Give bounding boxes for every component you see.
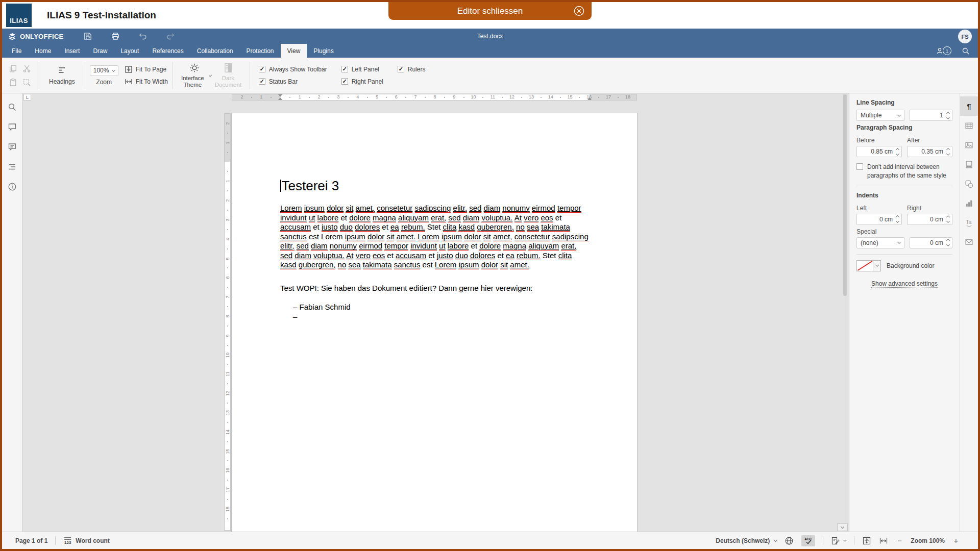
indent-right-spinner[interactable]: 0 cm [907,214,952,225]
word: ea [506,251,514,260]
select-all-icon[interactable] [22,78,31,87]
tab-protection[interactable]: Protection [240,44,281,58]
spacing-after-spinner[interactable]: 0.35 cm [907,146,952,157]
show-advanced-settings-link[interactable]: Show advanced settings [871,280,938,288]
indent-left-spinner[interactable]: 0 cm [856,214,902,225]
tab-plugins[interactable]: Plugins [307,44,340,58]
copy-icon[interactable] [9,64,17,73]
print-icon[interactable] [111,32,120,41]
status-bar-checkbox[interactable]: ✓ Status Bar [259,78,327,85]
special-by-spinner[interactable]: 0 cm [910,237,953,248]
user-avatar[interactable]: FS [958,30,972,43]
line-spacing-select[interactable]: Multiple [856,110,904,121]
tab-collaboration[interactable]: Collaboration [190,44,240,58]
language-selector[interactable]: Deutsch (Schweiz) [716,537,777,544]
redo-icon[interactable] [166,32,175,41]
ruler-number: 16 [225,468,230,473]
spinner-arrows-icon[interactable] [896,216,899,222]
hanging-indent-marker[interactable] [278,97,282,100]
chevron-down-icon [897,240,900,244]
tab-insert[interactable]: Insert [58,44,86,58]
tab-stop-selector[interactable]: L [23,94,31,101]
spinner-arrows-icon[interactable] [947,148,949,155]
left-panel-checkbox[interactable]: ✓ Left Panel [341,66,383,73]
tab-home[interactable]: Home [28,44,58,58]
find-icon[interactable] [8,103,17,112]
page-indicator[interactable]: Page 1 of 1 [15,537,47,544]
about-icon[interactable] [8,182,17,191]
word-count-button[interactable]: 123 Word count [63,536,109,545]
close-circle-icon[interactable] [574,6,584,16]
zoom-indicator[interactable]: Zoom 100% [911,537,945,544]
lorem-paragraph[interactable]: Lorem ipsum dolor sit amet, consetetur s… [280,204,589,270]
chart-settings-tab[interactable] [960,193,978,213]
tab-layout[interactable]: Layout [114,44,145,58]
zoom-in-button[interactable]: + [952,536,960,545]
paste-icon[interactable] [9,78,17,87]
search-icon[interactable] [962,47,970,55]
headings-button[interactable]: Headings [44,65,80,85]
spinner-arrows-icon[interactable] [896,148,899,155]
paragraph-settings-tab[interactable]: ¶ [960,96,978,116]
background-color-picker[interactable] [856,260,881,271]
first-line-indent-marker[interactable] [278,94,282,97]
word: vero [524,213,538,222]
fit-to-page-icon[interactable] [862,536,871,545]
cut-icon[interactable] [22,64,31,73]
save-icon[interactable] [83,32,92,41]
spacing-before-spinner[interactable]: 0.85 cm [856,146,902,157]
document-heading[interactable]: Testerei 3 [280,178,589,194]
tab-file[interactable]: File [5,44,28,58]
spinner-arrows-icon[interactable] [947,112,949,119]
fit-to-page-button[interactable]: Fit To Page [125,65,168,73]
mail-merge-tab[interactable] [960,232,978,252]
special-select[interactable]: (none) [856,237,904,248]
zoom-out-button[interactable]: − [896,536,903,545]
track-changes-button[interactable] [831,536,846,545]
spinner-arrows-icon[interactable] [947,216,949,222]
online-users-icon[interactable]: 1 [937,46,951,55]
tab-view[interactable]: View [281,44,307,58]
text-art-settings-tab[interactable]: Ta [960,213,978,232]
scroll-down-button[interactable] [837,523,848,531]
comments-icon[interactable] [8,122,17,132]
shape-settings-tab[interactable] [960,174,978,193]
spell-check-button[interactable]: ABC [801,535,815,546]
same-style-interval-checkbox[interactable]: ✓ Don't add interval between paragraphs … [856,163,952,180]
word: justo [437,251,453,260]
horizontal-ruler[interactable]: 21123456789101112131415161718 [232,94,637,101]
interface-theme-button[interactable]: Interface Theme [178,62,211,88]
line-spacing-multiple-spinner[interactable]: 1 [910,110,953,121]
word: voluptua. [481,213,512,222]
document-page[interactable]: Testerei 3 Lorem ipsum dolor sit amet, c… [232,113,637,532]
close-editor-button[interactable]: Editor schliessen [388,2,592,20]
right-panel-checkbox[interactable]: ✓ Right Panel [341,78,383,85]
navigation-icon[interactable] [8,162,17,171]
always-show-toolbar-checkbox[interactable]: ✓ Always Show Toolbar [259,66,327,73]
interface-theme-label: Interface Theme [178,75,208,88]
word: rebum. [517,251,541,260]
word: Lorem [418,232,439,241]
vertical-scrollbar-thumb[interactable] [843,94,847,296]
table-settings-tab[interactable] [960,116,978,135]
undo-icon[interactable] [138,32,148,41]
zoom-value-dropdown[interactable]: 100% [90,65,118,76]
fit-to-width-button[interactable]: Fit To Width [125,78,168,86]
chat-icon[interactable] [8,142,17,152]
document-canvas[interactable]: L 21123456789101112131415161718 21123456… [22,93,849,532]
header-footer-settings-tab[interactable] [960,155,978,174]
wopi-paragraph[interactable]: Test WOPI: Sie haben das Dokument editie… [280,284,589,293]
tab-references[interactable]: References [145,44,190,58]
word: erat, [561,241,576,251]
fit-to-width-icon[interactable] [879,536,888,545]
set-language-globe-icon[interactable] [785,536,794,545]
vertical-ruler[interactable]: 21123456789101112131415161718 [224,113,231,531]
document-content[interactable]: Testerei 3 Lorem ipsum dolor sit amet, c… [232,113,637,321]
signature-lines[interactable]: – Fabian Schmid– [280,303,589,321]
spinner-arrows-icon[interactable] [947,239,949,246]
menu-tab-bar: File Home Insert Draw Layout References … [2,44,978,58]
paragraph-settings-body: Line Spacing Multiple 1 Paragraph Spacin… [849,93,960,532]
rulers-checkbox[interactable]: ✓ Rulers [398,66,426,73]
image-settings-tab[interactable] [960,135,978,155]
tab-draw[interactable]: Draw [86,44,114,58]
